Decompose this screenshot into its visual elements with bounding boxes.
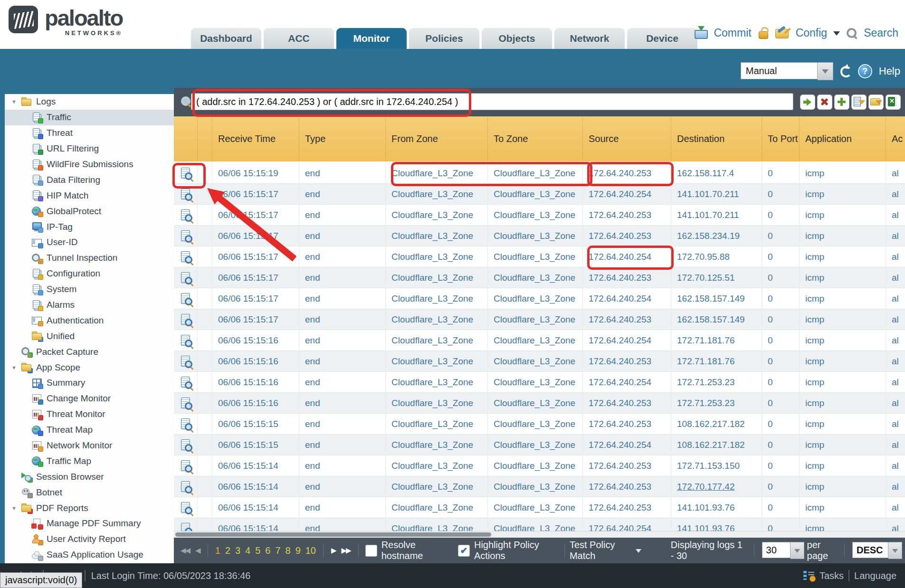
log-detail-icon[interactable] xyxy=(181,481,190,492)
log-row[interactable]: 06/06 15:15:16endCloudflare_L3_ZoneCloud… xyxy=(174,393,905,414)
log-filter-input[interactable] xyxy=(191,93,793,110)
column-header-to-zone[interactable]: To Zone xyxy=(488,116,583,161)
page-number-5[interactable]: 5 xyxy=(255,545,260,556)
sidebar-item-configuration[interactable]: Configuration xyxy=(5,266,174,282)
sidebar-item-threat[interactable]: Threat xyxy=(5,125,174,141)
page-number-2[interactable]: 2 xyxy=(225,545,230,556)
tab-objects[interactable]: Objects xyxy=(482,28,552,49)
log-row[interactable]: 06/06 15:15:16endCloudflare_L3_ZoneCloud… xyxy=(174,372,905,393)
horizontal-scrollbar[interactable] xyxy=(174,531,905,538)
tab-monitor[interactable]: Monitor xyxy=(336,28,407,49)
horizontal-scrollbar-thumb[interactable] xyxy=(175,532,491,537)
tab-dashboard[interactable]: Dashboard xyxy=(191,28,261,49)
next-page-button[interactable]: ▶ xyxy=(331,546,336,555)
column-header-ac[interactable]: Ac xyxy=(886,116,905,161)
sidebar-item-pdf-reports[interactable]: ▼PDF Reports xyxy=(5,500,174,516)
highlight-policy-actions-checkbox[interactable]: ✔ xyxy=(458,545,470,557)
page-number-7[interactable]: 7 xyxy=(275,545,280,556)
log-row[interactable]: 06/06 15:15:15endCloudflare_L3_ZoneCloud… xyxy=(174,414,905,435)
sidebar-item-network-monitor[interactable]: Network Monitor xyxy=(5,438,174,454)
sidebar-item-alarms[interactable]: Alarms xyxy=(5,297,174,313)
log-row[interactable]: 06/06 15:15:17endCloudflare_L3_ZoneCloud… xyxy=(174,184,905,205)
log-detail-icon[interactable] xyxy=(181,502,190,513)
sidebar-item-summary[interactable]: Summary xyxy=(5,375,174,391)
log-row[interactable]: 06/06 15:15:17endCloudflare_L3_ZoneCloud… xyxy=(174,226,905,247)
filter-builder-icon[interactable] xyxy=(851,95,867,110)
page-number-4[interactable]: 4 xyxy=(245,545,250,556)
tab-policies[interactable]: Policies xyxy=(409,28,479,49)
sidebar-item-hip-match[interactable]: HIP Match xyxy=(5,188,174,203)
resolve-hostname-checkbox[interactable] xyxy=(365,545,377,557)
log-detail-icon[interactable] xyxy=(181,398,190,408)
log-row[interactable]: 06/06 15:15:15endCloudflare_L3_ZoneCloud… xyxy=(174,435,905,455)
apply-filter-icon[interactable] xyxy=(800,95,815,110)
log-detail-icon[interactable] xyxy=(181,293,190,304)
log-detail-icon[interactable] xyxy=(181,209,190,220)
log-detail-icon[interactable] xyxy=(181,251,190,262)
log-row[interactable]: 06/06 15:15:17endCloudflare_L3_ZoneCloud… xyxy=(174,288,905,309)
log-row[interactable]: 06/06 15:15:14endCloudflare_L3_ZoneCloud… xyxy=(174,455,905,476)
config-caret-icon[interactable] xyxy=(833,31,840,39)
column-header-to-port[interactable]: To Port xyxy=(762,116,800,161)
refresh-interval-select[interactable]: Manual xyxy=(741,62,833,80)
page-number-9[interactable]: 9 xyxy=(295,545,301,556)
tree-expand-icon[interactable]: ▼ xyxy=(11,505,21,511)
log-row[interactable]: 06/06 15:15:17endCloudflare_L3_ZoneCloud… xyxy=(174,267,905,288)
sidebar-item-traffic[interactable]: Traffic xyxy=(5,110,174,125)
log-detail-icon[interactable] xyxy=(181,418,190,429)
first-page-button[interactable]: ◀◀ xyxy=(181,546,190,555)
test-policy-match-button[interactable]: Test Policy Match xyxy=(570,540,632,561)
sidebar-item-user-activity-report[interactable]: User Activity Report xyxy=(5,531,174,547)
column-header-application[interactable]: Application xyxy=(800,116,886,161)
sort-order-select[interactable]: DESC xyxy=(852,542,902,559)
commit-link[interactable]: Commit xyxy=(714,27,751,39)
tree-expand-icon[interactable]: ▼ xyxy=(11,365,21,370)
log-detail-icon[interactable] xyxy=(181,189,190,199)
per-page-select[interactable]: 30 xyxy=(762,542,804,559)
sort-order-value[interactable]: DESC xyxy=(852,542,888,558)
sidebar-item-threat-monitor[interactable]: Threat Monitor xyxy=(5,407,174,422)
page-number-3[interactable]: 3 xyxy=(235,545,240,556)
add-filter-icon[interactable] xyxy=(834,95,849,110)
log-detail-icon[interactable] xyxy=(181,314,190,325)
log-detail-icon[interactable] xyxy=(181,356,190,367)
sidebar-item-packet-capture[interactable]: Packet Capture xyxy=(5,344,174,360)
sidebar-item-change-monitor[interactable]: Change Monitor xyxy=(5,391,174,407)
sidebar-item-logs[interactable]: ▼Logs xyxy=(5,94,174,110)
column-header-receive-time[interactable]: Receive Time xyxy=(212,116,299,161)
sidebar-item-session-browser[interactable]: Session Browser xyxy=(5,469,174,484)
destination-link[interactable]: 172.70.177.42 xyxy=(677,482,735,492)
sidebar-item-url-filtering[interactable]: URL Filtering xyxy=(5,141,174,157)
log-row[interactable]: 06/06 15:15:17endCloudflare_L3_ZoneCloud… xyxy=(174,309,905,330)
sidebar-item-app-scope[interactable]: ▼App Scope xyxy=(5,360,174,375)
column-header-from-zone[interactable]: From Zone xyxy=(386,116,488,161)
log-row[interactable]: 06/06 15:15:14endCloudflare_L3_ZoneCloud… xyxy=(174,497,905,518)
log-detail-icon[interactable] xyxy=(181,439,190,450)
log-detail-icon[interactable] xyxy=(181,460,190,471)
config-link[interactable]: Config xyxy=(796,27,827,39)
tab-network[interactable]: Network xyxy=(554,28,625,49)
sidebar-item-system[interactable]: System xyxy=(5,282,174,297)
log-detail-icon[interactable] xyxy=(181,377,190,388)
sidebar-item-ip-tag[interactable]: IP-Tag xyxy=(5,219,174,235)
clear-filter-icon[interactable] xyxy=(817,95,832,110)
page-number-1[interactable]: 1 xyxy=(215,545,220,556)
sidebar-item-unified[interactable]: Unified xyxy=(5,328,174,344)
sidebar-item-saas-application-usage[interactable]: SaaS Application Usage xyxy=(5,547,174,563)
per-page-value[interactable]: 30 xyxy=(762,542,791,558)
prev-page-button[interactable]: ◀ xyxy=(195,546,200,555)
help-link[interactable]: Help xyxy=(879,65,900,77)
sidebar-item-data-filtering[interactable]: Data Filtering xyxy=(5,172,174,188)
refresh-interval-dropdown-button[interactable] xyxy=(818,62,833,80)
test-policy-match-caret-icon[interactable] xyxy=(636,549,641,556)
log-row[interactable]: 06/06 15:15:17endCloudflare_L3_ZoneCloud… xyxy=(174,247,905,267)
tab-acc[interactable]: ACC xyxy=(264,28,334,49)
tasks-link[interactable]: Tasks xyxy=(819,570,844,581)
refresh-interval-value[interactable]: Manual xyxy=(741,62,818,79)
sidebar-item-wildfire-submissions[interactable]: WildFire Submissions xyxy=(5,157,174,172)
sidebar-item-authentication[interactable]: Authentication xyxy=(5,313,174,328)
saved-filters-icon[interactable] xyxy=(868,95,884,110)
tab-device[interactable]: Device xyxy=(627,28,697,49)
last-page-button[interactable]: ▶▶ xyxy=(342,546,351,555)
log-row[interactable]: 06/06 15:15:14endCloudflare_L3_ZoneCloud… xyxy=(174,476,905,497)
